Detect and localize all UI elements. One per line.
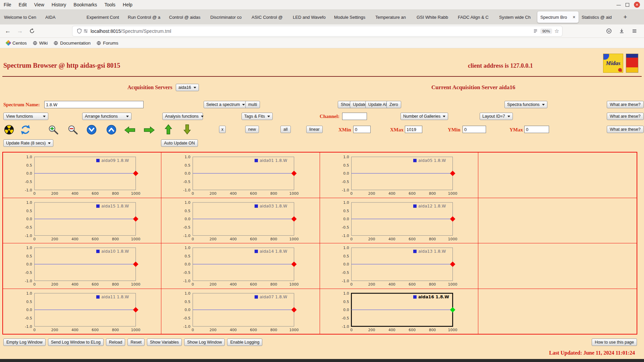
tab-temperature-an[interactable]: Temperature an [372,11,414,23]
xmin-input[interactable] [353,126,371,133]
minimize-button[interactable]: — [616,2,621,7]
pocket-icon[interactable] [604,26,614,36]
footer-button-reset[interactable]: Reset [127,339,145,346]
arrange-functions-select[interactable]: Arrange functions [82,113,131,120]
multi-button[interactable]: multi [245,101,260,108]
layout-id-select[interactable]: Layout ID=7 [480,113,513,120]
view-functions-select[interactable]: View functions [3,113,48,120]
tab-discriminator-co[interactable]: Discriminator co [207,11,249,23]
tab-statistics-aid[interactable]: Statistics @ aid [579,11,620,23]
zoom-out-icon[interactable] [67,125,78,135]
tab-asic-control[interactable]: ASIC Control @ [249,11,290,23]
tab-aida[interactable]: AIDA [42,11,84,23]
downloads-icon[interactable] [616,26,627,36]
tab-led-and-wavefo[interactable]: LED and Wavefo [290,11,331,23]
ymax-input[interactable] [524,126,549,133]
spectrum-cell-aida16[interactable]: 1.00.50.0-0.5-1.002004006008001000aida16… [320,289,478,334]
spectrum-cell-aida14[interactable]: 1.00.50.0-0.5-1.002004006008001000aida14… [161,243,320,289]
menu-icon[interactable] [629,26,639,36]
menu-edit[interactable]: Edit [15,0,31,9]
tab-run-control-a[interactable]: Run Control @ a [125,11,166,23]
zero-button[interactable]: Zero [386,101,401,108]
close-button[interactable]: ✕ [634,2,640,8]
left-arrow-icon[interactable] [124,126,136,134]
how-to-use-button[interactable]: How to use this page [592,339,637,346]
footer-button-enable-logging[interactable]: Enable Logging [227,339,262,346]
radiation-icon[interactable] [4,125,14,135]
scroll-up-icon[interactable] [106,125,116,135]
channel-input[interactable] [342,113,367,120]
menu-view[interactable]: View [31,0,48,9]
tab-gsi-white-rabb[interactable]: GSI White Rabb [414,11,455,23]
menu-help[interactable]: Help [119,0,136,9]
spectrum-cell-aida12[interactable]: 1.00.50.0-0.5-1.002004006008001000aida12… [320,198,478,244]
select-a-spectrum-select[interactable]: Select a spectrum [204,101,248,108]
what-are-these-button-2[interactable]: What are these? [607,113,644,120]
footer-button-show-log-window[interactable]: Show Log Window [184,339,225,346]
scroll-down-icon[interactable] [87,125,97,135]
tab-fadc-align-c[interactable]: FADC Align & C [455,11,496,23]
shield-icon[interactable] [77,28,82,34]
new-button[interactable]: new [245,126,259,133]
bookmark-centos[interactable]: Centos [3,40,30,47]
footer-button-show-variables[interactable]: Show Variables [147,339,182,346]
spectrum-cell-aida09[interactable]: 1.00.50.0-0.5-1.002004006008001000aida09… [3,153,161,198]
refresh-icon[interactable] [20,124,31,135]
ymin-input[interactable] [463,126,486,133]
what-are-these-button-1[interactable]: What are these? [607,101,644,108]
menu-bookmarks[interactable]: Bookmarks [70,0,101,9]
tab-welcome-to-cen[interactable]: Welcome to Cen [1,11,42,23]
forward-button[interactable]: → [15,26,25,36]
tab-spectrum-bro[interactable]: Spectrum Bro✕ [537,11,579,23]
spectrum-cell-aida07[interactable]: 1.00.50.0-0.5-1.002004006008001000aida07… [161,289,320,334]
zoom-in-icon[interactable] [48,125,59,135]
number-of-galleries-select[interactable]: Number of Galleries [400,113,448,120]
spectra-functions-select[interactable]: Spectra functions [504,101,547,108]
bookmark-star-icon[interactable]: ☆ [554,28,559,34]
tab-module-settings[interactable]: Module Settings [331,11,372,23]
site-permissions-icon[interactable] [83,28,88,34]
update-rate-select[interactable]: Update Rate (8 secs) [3,139,53,147]
menu-tools[interactable]: Tools [101,0,119,9]
reload-button[interactable] [27,26,37,36]
tab-control-aidas[interactable]: Control @ aidas [166,11,207,23]
spectrum-cell-aida13[interactable]: 1.00.50.0-0.5-1.002004006008001000aida13… [320,243,478,289]
spectrum-cell-aida10[interactable]: 1.00.50.0-0.5-1.002004006008001000aida10… [3,243,161,289]
down-arrow-icon[interactable] [183,124,191,135]
bookmark-forums[interactable]: Forums [94,40,121,47]
tab-close-icon[interactable]: ✕ [573,15,576,19]
reader-mode-icon[interactable] [533,28,538,34]
bookmark-wiki[interactable]: Wiki [30,40,51,47]
new-tab-button[interactable]: + [620,12,631,22]
what-are-these-button-3[interactable]: What are these? [607,126,644,133]
all-button[interactable]: all [280,126,291,133]
linear-button[interactable]: linear [306,126,323,133]
tab-experiment-cont[interactable]: Experiment Cont [84,11,125,23]
url-bar[interactable]: localhost:8015/Spectrum/Spectrum.tml 90%… [72,26,562,36]
xmax-input[interactable] [405,126,422,133]
x-button[interactable]: x [219,126,226,133]
spectrum-cell-aida05[interactable]: 1.00.50.0-0.5-1.002004006008001000aida05… [320,153,478,198]
spectrum-cell-aida15[interactable]: 1.00.50.0-0.5-1.002004006008001000aida15… [3,198,161,244]
tab-system-wide-ch[interactable]: System wide Ch [496,11,537,23]
analysis-functions-select[interactable]: Analysis functions [162,113,203,120]
spectrum-cell-aida03[interactable]: 1.00.50.0-0.5-1.002004006008001000aida03… [161,198,320,244]
auto-update-button[interactable]: Auto Update ON [161,139,198,147]
svg-text:1000: 1000 [448,237,457,241]
spectrum-name-input[interactable] [44,101,144,108]
zoom-level-badge[interactable]: 90% [540,28,552,34]
menu-history[interactable]: History [48,0,70,9]
tags-fits-select[interactable]: Tags & Fits [241,113,273,120]
footer-button-empty-log-window[interactable]: Empty Log Window [3,339,46,346]
spectrum-cell-aida11[interactable]: 1.00.50.0-0.5-1.002004006008001000aida11… [3,289,161,334]
right-arrow-icon[interactable] [144,126,155,134]
bookmark-documentation[interactable]: Documentation [51,40,94,47]
up-arrow-icon[interactable] [164,124,172,135]
footer-button-reload[interactable]: Reload [106,339,125,346]
maximize-button[interactable] [626,3,629,7]
back-button[interactable]: ← [3,26,13,36]
spectrum-cell-aida01[interactable]: 1.00.50.0-0.5-1.002004006008001000aida01… [161,153,320,198]
menu-file[interactable]: File [0,0,15,9]
acquisition-server-select[interactable]: aida16 [176,84,199,91]
footer-button-send-log-window-to-elog[interactable]: Send Log Window to ELog [48,339,104,346]
